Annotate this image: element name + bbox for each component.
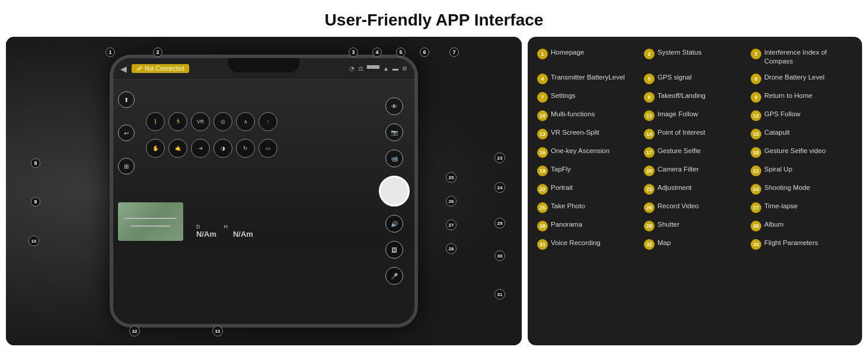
feature-num-29: 29 xyxy=(644,221,655,231)
feature-num-11: 11 xyxy=(644,110,655,121)
feature-num-30: 30 xyxy=(751,221,761,231)
mode-12[interactable]: 🏃 xyxy=(168,112,187,131)
camera-view: ⬆ ↩ ⊞ 🚶 🏃 VR ◎ ∧ ↑ xyxy=(113,80,414,246)
feature-label-7: Settings xyxy=(551,91,576,100)
right-controls: 👁 📷 📹 🔊 🖼 🎤 xyxy=(379,97,410,285)
label-4: 4 xyxy=(372,47,382,57)
feature-label-8: Takeoff/Landing xyxy=(658,91,706,100)
feature-item-1: 1 Homepage xyxy=(536,46,640,68)
feature-num-18: 18 xyxy=(751,147,761,158)
takeoff-icon[interactable]: ⬆ xyxy=(118,91,135,108)
feature-label-16: One-key Ascension xyxy=(551,147,609,155)
feature-item-14: 14 Point of Interest xyxy=(643,126,747,141)
feature-num-8: 8 xyxy=(644,92,655,103)
mode-16[interactable]: ↑ xyxy=(259,112,277,131)
feature-num-4: 4 xyxy=(537,74,548,84)
feature-label-24: Shooting Mode xyxy=(764,183,810,192)
feature-item-3: 3 Interference Index of Compass xyxy=(749,46,854,68)
mode-13[interactable]: VR xyxy=(191,112,210,131)
label-5: 5 xyxy=(396,47,406,57)
mode-14[interactable]: ◎ xyxy=(213,112,232,131)
feature-item-19: 19 TapFly xyxy=(536,163,640,178)
feature-num-15: 15 xyxy=(751,129,761,139)
feature-item-32: 32 Map xyxy=(643,237,747,252)
shutter-btn[interactable] xyxy=(379,176,410,206)
return-home-icon[interactable]: ↩ xyxy=(118,125,135,141)
mode-15[interactable]: ∧ xyxy=(236,112,255,131)
map-area[interactable] xyxy=(118,202,183,241)
feature-num-7: 7 xyxy=(537,92,548,103)
mode-11[interactable]: 🚶 xyxy=(146,112,165,131)
feature-item-22: 22 Portrait xyxy=(536,182,640,196)
left-icon-group: ⬆ ↩ ⊞ xyxy=(118,91,135,174)
feature-label-15: Catapult xyxy=(764,128,790,137)
feature-item-23: 23 Adjustment xyxy=(643,182,747,196)
feature-num-13: 13 xyxy=(537,129,548,139)
feature-label-27: Time-lapse xyxy=(764,202,797,211)
panorama-btn[interactable]: 🔊 xyxy=(385,215,403,233)
label-1: 1 xyxy=(106,47,115,57)
label-26: 26 xyxy=(446,196,457,206)
top-camera-btn[interactable]: 👁 xyxy=(385,97,403,115)
feature-label-5: GPS signal xyxy=(658,73,692,82)
feature-label-31: Voice Recording xyxy=(551,239,601,247)
feature-num-33: 33 xyxy=(751,239,761,250)
feature-item-31: 31 Voice Recording xyxy=(536,237,640,252)
feature-num-14: 14 xyxy=(644,129,655,139)
feature-item-25: 25 Take Photo xyxy=(536,200,640,215)
label-10: 10 xyxy=(28,236,39,246)
feature-num-17: 17 xyxy=(644,147,655,158)
feature-label-17: Gesture Selfie xyxy=(658,147,701,155)
status-icons: ◔ ⚖ ▀▀▀ ▲ ▬ ⚙ xyxy=(349,65,407,72)
feature-label-10: Multi-functions xyxy=(551,110,595,119)
album-btn[interactable]: 🖼 xyxy=(385,241,403,259)
mode-18[interactable]: 🤙 xyxy=(168,139,187,158)
label-30: 30 xyxy=(494,250,505,261)
feature-item-12: 12 GPS Follow xyxy=(749,108,854,123)
feature-item-28: 28 Panorama xyxy=(536,218,640,233)
feature-item-17: 17 Gesture Selfie xyxy=(643,145,747,160)
feature-label-22: Portrait xyxy=(551,183,573,192)
mode-19[interactable]: ⇥ xyxy=(191,139,210,158)
feature-item-4: 4 Transmitter BatteryLevel xyxy=(536,71,640,86)
feature-num-19: 19 xyxy=(537,166,548,176)
feature-list: 1 Homepage 2 System Status 3 Interferenc… xyxy=(536,46,854,252)
connection-status: ☍ Not Connected xyxy=(132,64,189,73)
feature-label-3: Interference Index of Compass xyxy=(764,48,853,66)
feature-num-5: 5 xyxy=(644,74,655,84)
feature-num-28: 28 xyxy=(537,221,548,231)
mode-21[interactable]: ↻ xyxy=(236,139,255,158)
feature-label-12: GPS Follow xyxy=(764,110,800,119)
dh-display: D H N/Am N/Am xyxy=(196,224,253,239)
feature-item-16: 16 One-key Ascension xyxy=(536,145,640,160)
feature-item-5: 5 GPS signal xyxy=(643,71,747,86)
feature-item-8: 8 Takeoff/Landing xyxy=(643,90,747,104)
multi-func-icon[interactable]: ⊞ xyxy=(118,158,135,174)
feature-item-15: 15 Catapult xyxy=(749,126,854,141)
mode-22[interactable]: ▭ xyxy=(259,139,277,158)
mode-20[interactable]: ◑ xyxy=(213,139,232,158)
video-btn[interactable]: 📹 xyxy=(385,150,403,167)
label-6: 6 xyxy=(420,47,429,57)
photo-btn[interactable]: 📷 xyxy=(385,123,403,141)
feature-num-20: 20 xyxy=(644,166,655,176)
mode-17[interactable]: ✋ xyxy=(146,139,165,158)
feature-item-33: 33 Flight Parameters xyxy=(749,237,854,252)
feature-label-14: Point of Interest xyxy=(658,128,706,137)
feature-item-20: 20 Camera Filter xyxy=(643,163,747,178)
feature-num-26: 26 xyxy=(644,202,655,213)
voice-btn[interactable]: 🎤 xyxy=(385,267,403,285)
label-31: 31 xyxy=(494,289,505,300)
label-3: 3 xyxy=(349,47,358,57)
feature-label-28: Panorama xyxy=(551,220,582,229)
label-29: 29 xyxy=(494,218,505,228)
back-button[interactable]: ◀ xyxy=(120,64,127,74)
feature-item-24: 24 Shooting Mode xyxy=(749,182,854,196)
feature-item-2: 2 System Status xyxy=(643,46,747,68)
feature-label-2: System Status xyxy=(658,48,701,57)
feature-num-12: 12 xyxy=(751,110,761,121)
feature-num-32: 32 xyxy=(644,239,655,250)
feature-num-3: 3 xyxy=(751,49,761,59)
feature-item-30: 30 Album xyxy=(749,218,854,233)
label-23: 23 xyxy=(494,152,505,163)
